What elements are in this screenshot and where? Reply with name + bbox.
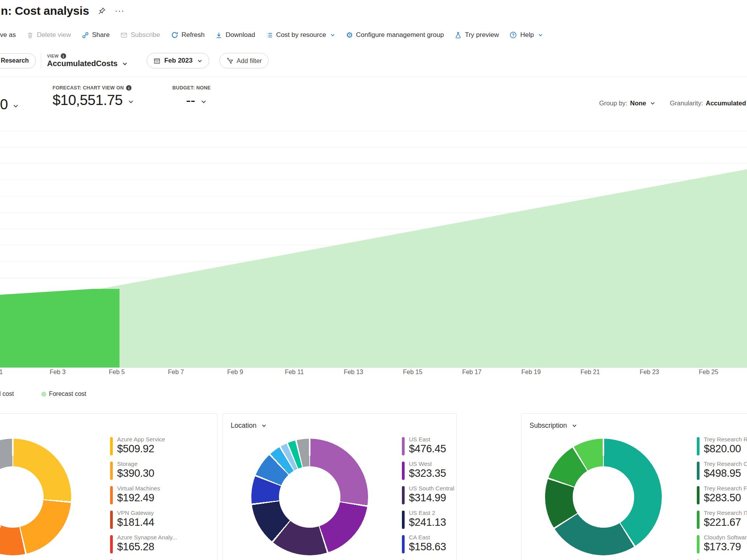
refresh-button[interactable]: Refresh <box>171 31 205 39</box>
list-item[interactable]: Virtual Machines$192.49 <box>110 485 207 509</box>
configure-management-group-button[interactable]: ⚙ Configure management group <box>346 31 444 39</box>
x-axis-label: Feb 17 <box>462 369 482 376</box>
share-button[interactable]: Share <box>82 31 110 39</box>
list-item[interactable]: US South Central$314.99 <box>402 485 499 509</box>
x-axis-label: Feb 15 <box>403 369 423 376</box>
chevron-down-icon <box>572 423 577 429</box>
budget-kpi-value: -- <box>186 92 195 108</box>
donut-chart[interactable] <box>0 439 71 555</box>
cost-by-resource-menu[interactable]: Cost by resource <box>266 31 336 39</box>
list-item[interactable]: US West$323.35 <box>402 460 499 485</box>
granularity-value[interactable]: Accumulated <box>706 100 746 107</box>
list-item[interactable] <box>697 558 747 560</box>
x-axis-label: b 1 <box>0 369 3 376</box>
svg-text:?: ? <box>512 33 514 37</box>
pin-icon[interactable] <box>98 7 106 15</box>
add-filter-button[interactable]: Add filter <box>219 53 268 68</box>
list-item[interactable]: Cloudyn Software$173.79 <box>697 534 747 558</box>
location-card: Location US East$476.45US West$323.35US … <box>223 413 457 560</box>
refresh-icon <box>171 31 179 39</box>
item-value: $173.79 <box>704 541 747 553</box>
date-range-pill[interactable]: Feb 2023 <box>147 53 209 68</box>
item-label: CA East <box>409 534 446 541</box>
legend-color-bar <box>110 462 113 480</box>
subscription-card: Subscription Trey Research R&$820.00Trey… <box>521 413 747 560</box>
x-axis-label: Feb 5 <box>109 369 125 376</box>
list-item[interactable] <box>110 558 207 560</box>
chevron-down-icon <box>330 32 335 38</box>
list-item[interactable]: Trey Research IT(e$221.67 <box>697 509 747 534</box>
list-item[interactable]: US East 2$241.13 <box>402 509 499 534</box>
item-label: Virtual Machines <box>117 485 160 492</box>
legend-color-bar <box>402 535 405 553</box>
legend-item[interactable]: d cost <box>0 390 14 397</box>
subscription-card-title[interactable]: Subscription <box>530 422 577 430</box>
donut-chart[interactable] <box>251 439 368 555</box>
group-by-value[interactable]: None <box>630 100 646 107</box>
chevron-down-icon <box>12 103 19 113</box>
x-axis-label: Feb 3 <box>50 369 66 376</box>
legend-item[interactable]: Forecast cost <box>41 390 86 397</box>
list-item[interactable]: Azure Synapse Analy...$165.28 <box>110 534 207 558</box>
item-value: $476.45 <box>409 443 446 455</box>
list-item[interactable]: Trey Research Co$498.95 <box>697 460 747 485</box>
try-preview-button[interactable]: Try preview <box>454 31 499 39</box>
item-value: $192.49 <box>117 492 160 504</box>
legend-color-bar <box>110 511 113 529</box>
save-as-button[interactable]: ve as <box>0 31 16 39</box>
donut-chart[interactable] <box>545 439 662 555</box>
x-axis-label: Feb 11 <box>285 369 304 376</box>
legend-color-bar <box>110 437 113 455</box>
item-value: $241.13 <box>409 516 446 528</box>
gear-icon: ⚙ <box>346 31 353 39</box>
scope-pill[interactable]: Research <box>0 53 36 68</box>
actual-cost-kpi[interactable]: 0 <box>0 96 19 113</box>
kpi-row: 0 FORECAST: CHART VIEW ON i $10,551.75 B… <box>0 82 747 117</box>
x-axis-label: Feb 21 <box>580 369 600 376</box>
list-item[interactable]: Trey Research Fin$283.50 <box>697 485 747 509</box>
filter-bar: Research VIEW i AccumulatedCosts Feb 202… <box>0 51 747 71</box>
list-item[interactable] <box>402 558 499 560</box>
more-options-icon[interactable]: ··· <box>115 9 124 13</box>
calendar-icon <box>153 57 161 65</box>
legend-label: Forecast cost <box>49 390 86 397</box>
forecast-kpi-value: $10,551.75 <box>53 92 123 108</box>
list-item[interactable]: VPN Gateway$181.44 <box>110 509 207 534</box>
legend-color-bar <box>110 535 113 553</box>
card-legend: US East$476.45US West$323.35US South Cen… <box>402 436 499 560</box>
x-axis: b 1Feb 3Feb 5Feb 7Feb 9Feb 11Feb 13Feb 1… <box>0 369 747 378</box>
list-item[interactable]: Trey Research R&$820.00 <box>697 436 747 460</box>
location-card-title[interactable]: Location <box>231 422 267 430</box>
page-title: n: Cost analysis <box>1 4 89 18</box>
legend-color-bar <box>697 511 700 529</box>
command-bar: ve as Delete view Share Subscribe Refres… <box>0 28 747 42</box>
actual-cost-value: 0 <box>0 96 8 113</box>
item-value: $283.50 <box>704 492 747 504</box>
group-by-label: Group by: <box>599 100 627 107</box>
x-axis-label: Feb 23 <box>640 369 659 376</box>
legend-color-bar <box>697 486 700 504</box>
view-selector[interactable]: VIEW i AccumulatedCosts <box>47 53 128 68</box>
legend-label: d cost <box>0 390 14 397</box>
list-item[interactable]: Azure App Service$509.92 <box>110 436 207 460</box>
help-menu[interactable]: ? Help <box>509 31 543 39</box>
forecast-kpi-label: FORECAST: CHART VIEW ON <box>53 85 124 91</box>
accumulated-cost-chart[interactable] <box>0 128 747 368</box>
list-item[interactable]: US East$476.45 <box>402 436 499 460</box>
add-filter-icon <box>226 57 234 65</box>
download-button[interactable]: Download <box>215 31 255 39</box>
legend-color-bar <box>697 437 700 455</box>
budget-kpi[interactable]: BUDGET: NONE -- <box>172 85 211 108</box>
item-label: Trey Research IT(e <box>704 509 747 516</box>
item-value: $181.44 <box>117 516 154 528</box>
list-item[interactable]: CA East$158.63 <box>402 534 499 558</box>
granularity-label: Granularity: <box>670 100 703 107</box>
forecast-kpi[interactable]: FORECAST: CHART VIEW ON i $10,551.75 <box>53 85 134 108</box>
list-item[interactable]: Storage$390.30 <box>110 460 207 485</box>
divider <box>41 52 41 69</box>
delete-view-button: Delete view <box>26 31 71 39</box>
chevron-down-icon[interactable] <box>650 100 656 106</box>
item-value: $165.28 <box>117 541 177 553</box>
page-header: n: Cost analysis ··· <box>0 2 124 20</box>
chart-controls: Group by: None Granularity: Accumulated <box>599 100 746 107</box>
